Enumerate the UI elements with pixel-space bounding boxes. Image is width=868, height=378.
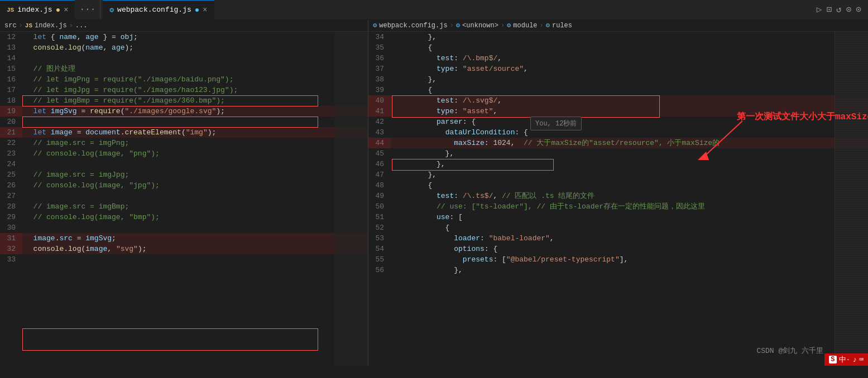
code-line-12: 12 let { name, age } = obj; — [0, 32, 368, 42]
wbc-module: module — [513, 22, 537, 30]
line-content-25: // image.src = imgJpg; — [22, 169, 368, 180]
r-line-num-36: 36 — [368, 53, 391, 64]
line-content-26: // console.log(image, "jpg"); — [22, 180, 368, 191]
line-content-32: console.log(image, "svg"); — [22, 244, 368, 254]
left-breadcrumb: src › JS index.js › ... — [0, 20, 368, 32]
r-line-content-39: { — [391, 85, 868, 95]
left-minimap — [334, 32, 368, 366]
line-content-29: // console.log(image, "bmp"); — [22, 212, 368, 222]
undo-icon[interactable]: ↺ — [836, 4, 842, 15]
tab-index-js[interactable]: JS index.js ● × — [0, 0, 75, 20]
r-line-content-35: { — [391, 42, 868, 53]
right-minimap — [835, 32, 868, 366]
line-content-33 — [22, 254, 368, 265]
tab-webpack-close-button[interactable]: × — [203, 6, 207, 14]
line-content-27 — [22, 191, 368, 201]
line-num-23: 23 — [0, 148, 22, 159]
settings-icon-2[interactable]: ⊙ — [856, 4, 861, 15]
svg-line-0 — [703, 121, 742, 157]
annotation-text: 第一次测试文件大小大于maxSize — [737, 111, 868, 123]
r-line-num-52: 52 — [368, 222, 391, 233]
settings-icon-1[interactable]: ⊙ — [846, 4, 852, 15]
r-line-num-56: 56 — [368, 265, 391, 275]
wbc-unknown: <unknown> — [462, 22, 498, 30]
run-icon[interactable]: ▷ — [817, 4, 822, 15]
code-line-28: 28 // image.src = imgBmp; — [0, 201, 368, 212]
right-code-lines: 34 }, 35 { 36 test: /\.bmp$/, — [368, 32, 868, 275]
top-right-actions: ▷ ⊡ ↺ ⊙ ⊙ — [810, 4, 868, 15]
r-line-content-38: }, — [391, 74, 868, 85]
r-line-num-51: 51 — [368, 212, 391, 222]
code-line-19: 19 let imgSvg = require("./images/google… — [0, 106, 368, 117]
wbc-module-icon: ⚙ — [507, 21, 511, 30]
tab-webpack-config[interactable]: ⚙ webpack.config.js ● × — [103, 0, 214, 20]
line-num-26: 26 — [0, 180, 22, 191]
sogou-mic-icon: ♪ — [852, 356, 857, 364]
r-line-content-52: { — [391, 222, 868, 233]
line-content-24 — [22, 159, 368, 169]
r-line-content-56: }, — [391, 265, 868, 275]
r-code-line-54: 54 options: { — [368, 244, 868, 254]
line-num-14: 14 — [0, 53, 22, 64]
bc-sep1: › — [19, 22, 23, 30]
sogou-icon: S — [829, 356, 836, 364]
tab-close-button[interactable]: × — [64, 6, 68, 14]
tab-index-js-label: index.js — [17, 6, 52, 14]
split-editor-icon[interactable]: ⊡ — [826, 4, 832, 15]
line-num-21: 21 — [0, 127, 22, 138]
r-line-content-54: options: { — [391, 244, 868, 254]
r-code-line-43: 43 dataUrlCondition: { — [368, 127, 868, 138]
left-editor-pane: src › JS index.js › ... 12 let { name, a… — [0, 20, 368, 366]
bc-sep2: › — [69, 22, 73, 30]
tab-modified-dot: ● — [56, 6, 60, 14]
line-content-15: // 图片处理 — [22, 64, 368, 74]
tab-webpack-modified-dot: ● — [195, 6, 199, 14]
line-content-12: let { name, age } = obj; — [22, 32, 368, 42]
r-line-num-38: 38 — [368, 74, 391, 85]
r-code-line-47: 47 }, — [368, 169, 868, 180]
line-content-31: image.src = imgSvg; — [22, 233, 368, 244]
code-line-21: 21 let image = document.createElement("i… — [0, 127, 368, 138]
tab-overflow-button[interactable]: ··· — [75, 4, 100, 14]
code-line-24: 24 — [0, 159, 368, 169]
line-content-22: // image.src = imgPng; — [22, 138, 368, 148]
code-line-32: 32 console.log(image, "svg"); — [0, 244, 368, 254]
sogou-label: 中· — [839, 355, 851, 365]
code-line-33: 33 — [0, 254, 368, 265]
r-line-num-35: 35 — [368, 42, 391, 53]
r-line-num-45: 45 — [368, 148, 391, 159]
line-content-13: console.log(name, age); — [22, 42, 368, 53]
r-line-content-53: loader: "babel-loader", — [391, 233, 868, 244]
wbc-rules: rules — [552, 22, 572, 30]
main-layout: src › JS index.js › ... 12 let { name, a… — [0, 20, 868, 366]
r-code-line-48: 48 { — [368, 180, 868, 191]
r-line-num-50: 50 — [368, 201, 391, 212]
annotation-arrow — [681, 115, 748, 166]
right-editor-pane: ⚙ webpack.config.js › ⚙ <unknown> › ⚙ mo… — [368, 20, 868, 366]
r-code-line-56: 56 }, — [368, 265, 868, 275]
bc-src: src — [4, 22, 17, 30]
csdn-badge: CSDN @剑九 六千里 — [756, 346, 823, 356]
code-line-23: 23 // console.log(image, "png"); — [0, 148, 368, 159]
left-code-lines: 12 let { name, age } = obj; 13 console.l… — [0, 32, 368, 265]
code-line-14: 14 — [0, 53, 368, 64]
code-line-26: 26 // console.log(image, "jpg"); — [0, 180, 368, 191]
code-line-22: 22 // image.src = imgPng; — [0, 138, 368, 148]
r-line-num-42: 42 — [368, 117, 391, 127]
tab-separator — [100, 0, 100, 20]
r-line-num-53: 53 — [368, 233, 391, 244]
line-num-13: 13 — [0, 42, 22, 53]
code-line-31: 31 image.src = imgSvg; — [0, 233, 368, 244]
sogou-input-bar[interactable]: S 中· ♪ ⌨ — [824, 353, 868, 366]
right-code-area: 34 }, 35 { 36 test: /\.bmp$/, — [368, 32, 868, 366]
r-line-content-51: use: [ — [391, 212, 868, 222]
line-num-16: 16 — [0, 74, 22, 85]
wbc-unknown-icon: ⚙ — [456, 21, 460, 30]
highlight-box-lines31-32 — [22, 328, 318, 351]
code-line-27: 27 — [0, 191, 368, 201]
code-line-30: 30 — [0, 222, 368, 233]
tab-webpack-label: webpack.config.js — [117, 6, 191, 14]
code-line-15: 15 // 图片处理 — [0, 64, 368, 74]
line-content-30 — [22, 222, 368, 233]
tooltip-text: You, 12秒前 — [535, 120, 577, 128]
